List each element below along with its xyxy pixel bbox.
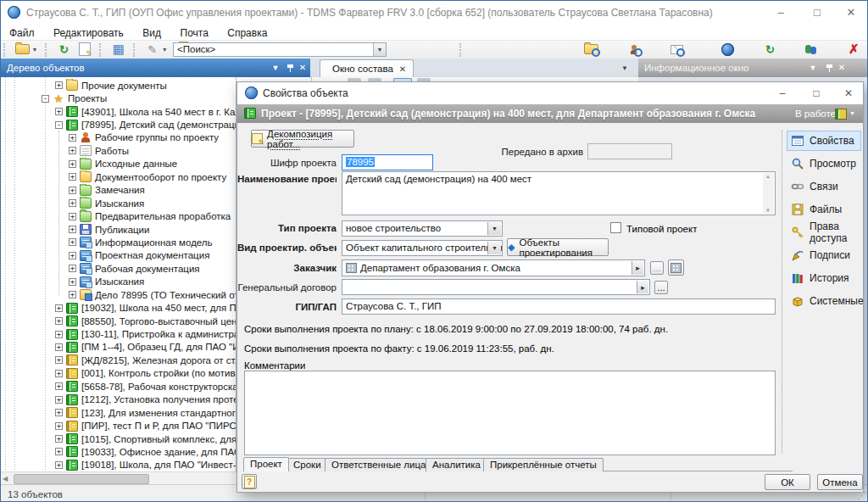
info-collapse-icon[interactable]: ▼ (806, 59, 820, 77)
expand-icon[interactable]: + (69, 213, 76, 220)
sidebar-item-access[interactable]: Права доступа (787, 222, 861, 243)
decompose-button[interactable]: Декомпозиция работ... (251, 130, 354, 148)
tree-item[interactable]: +[19018], Школа, для ПАО "Инвест-регион" (1, 459, 236, 471)
refresh-icon[interactable]: ↻ (55, 41, 72, 58)
tree-collapse-icon[interactable]: ▼ (269, 59, 282, 77)
tree-item[interactable]: +Рабочие группы по проекту (1, 131, 236, 144)
expand-icon[interactable]: + (55, 304, 63, 312)
expand-icon[interactable]: + (55, 396, 63, 404)
tree-item[interactable]: +Информационная модель (1, 236, 236, 248)
type-dropdown-icon[interactable]: ▼ (487, 222, 501, 235)
expand-icon[interactable]: + (69, 252, 76, 259)
tree-item[interactable]: +[19033], Офисное здание, для ПАО "Инвес (1, 445, 236, 458)
tree-item[interactable]: +[5658-78], Рабочая конструкторская доку… (1, 380, 236, 393)
tree-item[interactable]: +[43901], Школа на 540 мест в г. Калачин… (1, 105, 236, 118)
menu-mail[interactable]: Почта (173, 26, 216, 39)
tab-responsible[interactable]: Ответственные лица (325, 458, 432, 471)
tree-item[interactable]: +[19032], Школа на 450 мест, для ПАО "Ин… (1, 301, 236, 314)
expand-icon[interactable]: + (55, 317, 63, 325)
cancel-button[interactable]: Отмена (817, 474, 863, 490)
expand-icon[interactable]: + (55, 343, 63, 351)
workgroups-icon[interactable] (804, 41, 821, 58)
tree-item[interactable]: +Рабочая документация (1, 262, 236, 275)
name-textarea[interactable]: Детский сад (демонстрация) на 400 мест (342, 171, 776, 215)
dialog-minimize-button[interactable]: – (773, 82, 792, 104)
tree-item[interactable]: +Прочие документы (1, 79, 236, 92)
textarea-scrollbar[interactable] (763, 173, 774, 214)
tree-item[interactable]: +[001], Контроль стройки (по мотивам Раб (1, 367, 236, 380)
tree-item[interactable]: +[88550], Торгово-выставочный центр по у (1, 315, 236, 327)
dialog-close-button[interactable]: ✕ (839, 82, 858, 104)
tree-item[interactable]: +Предварительная проработка (1, 209, 236, 222)
tree-item[interactable]: +Исходные данные (1, 158, 236, 170)
minimize-button[interactable]: – (768, 1, 793, 25)
sidebar-item-preview[interactable]: Просмотр (787, 153, 861, 174)
tree-pin-icon[interactable] (287, 64, 293, 72)
scroll-thumb[interactable] (14, 474, 149, 484)
gip-field[interactable]: Страусова С. Т., ГИП (342, 298, 776, 315)
customer-org-button[interactable] (668, 259, 684, 276)
refresh-object-icon[interactable]: ↻ (761, 41, 778, 58)
tab-project[interactable]: Проект (243, 457, 289, 471)
tree-item[interactable]: +Изыскания (1, 197, 236, 209)
tab-composition[interactable]: Окно состава✕ (320, 59, 414, 78)
kind-select[interactable]: Объект капитального строительства ▼ (342, 240, 503, 256)
tree-item[interactable]: +[ЖД/8215], Железная дорога от ст. Входн… (1, 354, 236, 366)
tree-item[interactable]: -Проекты (1, 92, 236, 104)
sidebar-item-properties[interactable]: Свойства (787, 131, 861, 151)
tree-item[interactable]: +[1212], Установка получения протеина, д… (1, 393, 236, 406)
web-globe-icon[interactable] (720, 41, 737, 58)
scroll-left-icon[interactable]: ◀ (3, 474, 8, 483)
search-dropdown-icon[interactable]: ▼ (373, 43, 386, 56)
expand-icon[interactable]: + (69, 147, 76, 154)
sidebar-splitter[interactable] (782, 131, 783, 453)
tree-item[interactable]: +[130-11], Пристройка к административном (1, 327, 236, 340)
edit-object-icon[interactable] (76, 41, 93, 58)
search-objects-icon[interactable] (583, 41, 600, 58)
expand-icon[interactable]: + (55, 448, 63, 455)
customer-open-icon[interactable]: ▸ (632, 261, 643, 275)
search-mail-icon[interactable] (668, 41, 685, 58)
sidebar-item-history[interactable]: История (787, 268, 861, 288)
kind-dropdown-icon[interactable]: ▼ (487, 242, 501, 254)
expand-icon[interactable]: + (55, 435, 63, 443)
tab-attached-reports[interactable]: Прикреплённые отчеты (483, 458, 604, 471)
tablist-dropdown-icon[interactable]: ▼ (621, 64, 628, 72)
delete-icon[interactable]: ✗ (845, 41, 862, 58)
sign-pen-icon[interactable]: ✎ (144, 41, 161, 58)
code-input[interactable]: 78995 (342, 154, 433, 170)
menu-help[interactable]: Справка (220, 26, 275, 39)
comments-textarea[interactable] (244, 371, 776, 455)
close-button[interactable]: ✕ (838, 1, 864, 25)
search-users-icon[interactable] (626, 41, 643, 58)
tab-analytics[interactable]: Аналитика (426, 458, 487, 471)
expand-icon[interactable]: + (55, 422, 63, 430)
menu-edit[interactable]: Редактировать (46, 26, 131, 39)
contract-browse-button[interactable]: ... (654, 281, 668, 294)
sidebar-item-signatures[interactable]: Подписи (787, 245, 861, 265)
tree-item[interactable]: +Дело 78995 (ТО Технический отдел) (1, 288, 236, 301)
tree-item[interactable]: +Замечания (1, 184, 236, 197)
info-close-icon[interactable]: ✕ (835, 59, 849, 77)
tab-dates[interactable]: Сроки (287, 458, 328, 471)
menu-view[interactable]: Вид (135, 26, 169, 39)
expand-icon[interactable]: + (69, 199, 76, 207)
help-button[interactable]: ? (242, 474, 257, 489)
expand-icon[interactable]: + (55, 81, 63, 89)
expand-icon[interactable]: + (55, 382, 63, 390)
customer-field[interactable]: Департамент образования г. Омска ▸ (342, 259, 645, 276)
ok-button[interactable]: ОК (765, 474, 810, 490)
maximize-button[interactable]: □ (804, 1, 830, 25)
expand-icon[interactable]: + (55, 108, 63, 115)
table-view-icon[interactable]: ▦ (110, 41, 127, 58)
menu-file[interactable]: Файл (1, 26, 42, 39)
tree-item[interactable]: +[ПИР], тест П и Р, для ПАО "ПИРС", ИНН (1, 419, 236, 432)
tree-item[interactable]: +Работы (1, 144, 236, 157)
status-dropdown-icon[interactable]: ▼ (849, 104, 855, 123)
expand-icon[interactable]: + (69, 238, 76, 246)
sidebar-item-system[interactable]: Системные (787, 291, 861, 311)
design-objects-button[interactable]: ◆ Объекты проектирования (507, 238, 609, 256)
collapse-icon[interactable]: - (42, 95, 49, 103)
typical-checkbox[interactable] (610, 222, 621, 233)
expand-icon[interactable]: + (69, 187, 76, 194)
